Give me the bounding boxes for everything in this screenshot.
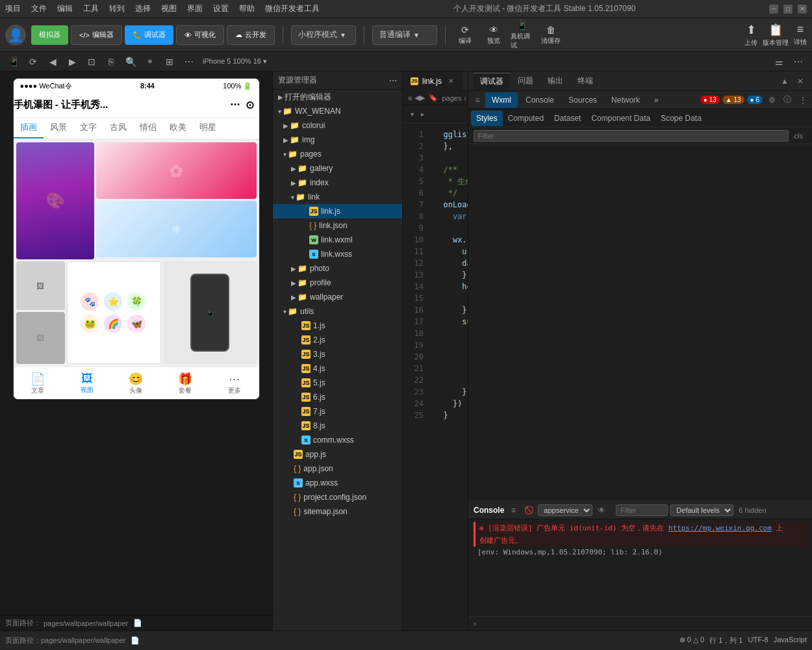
console-clear-icon[interactable]: 🚫	[522, 504, 535, 517]
file-2js[interactable]: JS 2.js	[273, 333, 402, 347]
devtools-tab-debugger[interactable]: 调试器	[474, 73, 510, 90]
index-folder[interactable]: ▶ 📁 index	[273, 176, 402, 190]
devtools-info-icon[interactable]: ⓘ	[781, 94, 794, 107]
link-wxml-file[interactable]: W link.wxml	[273, 233, 402, 247]
link-folder[interactable]: ▾ 📁 link	[273, 190, 402, 204]
code-editor-area[interactable]: 1234567 891011121314 15161718192021 2223…	[403, 124, 468, 630]
menu-settings[interactable]: 设置	[213, 3, 229, 14]
search-icon[interactable]: 🔍	[122, 54, 139, 70]
devtools-subtab-more[interactable]: »	[648, 92, 665, 108]
console-filter-input[interactable]	[616, 504, 668, 516]
file-6js[interactable]: JS 6.js	[273, 390, 402, 404]
appservice-select[interactable]: appservice	[538, 504, 592, 516]
bottom-nav-package[interactable]: 🎁 套餐	[160, 367, 210, 399]
style-tab-component-data[interactable]: Component Data	[586, 110, 655, 126]
colorui-folder[interactable]: ▶ 📁 colorui	[273, 118, 402, 133]
simulator-button[interactable]: 模拟器	[31, 25, 68, 45]
wx-wenan-folder[interactable]: ▾ 📁 WX_WENAN	[273, 104, 402, 118]
menu-select[interactable]: 选择	[135, 3, 151, 14]
sidebar-toggle-icon[interactable]: ⚌	[770, 54, 787, 70]
bottom-nav-avatar[interactable]: 😊 头像	[112, 367, 161, 399]
file-panel-options-icon[interactable]: ⋯	[389, 76, 397, 85]
preview-button[interactable]: 👁 预览	[482, 25, 505, 45]
pages-folder[interactable]: ▾ 📁 pages	[273, 147, 402, 161]
image-thumb-1[interactable]: 🖼	[16, 261, 65, 310]
fold-all-icon[interactable]: ▾	[408, 110, 416, 118]
maximize-button[interactable]: □	[783, 5, 793, 14]
debugger-button[interactable]: 🐛调试器	[125, 25, 173, 45]
compile-button[interactable]: ⟳ 编译	[453, 25, 477, 45]
menu-view[interactable]: 视图	[161, 3, 177, 14]
profile-folder[interactable]: ▶ 📁 profile	[273, 276, 402, 290]
rotate-icon[interactable]: ⟳	[25, 54, 42, 70]
devtools-subtab-network[interactable]: Network	[605, 92, 646, 108]
bottom-nav-article[interactable]: 📄 文章	[14, 367, 63, 399]
menu-file[interactable]: 文件	[31, 3, 47, 14]
editor-button[interactable]: </>编辑器	[71, 25, 122, 45]
level-select[interactable]: Default levels	[670, 504, 733, 516]
devtools-tab-terminal[interactable]: 终端	[571, 73, 600, 90]
console-menu-icon[interactable]: ≡	[507, 504, 520, 517]
tab-mingxing[interactable]: 明星	[193, 118, 223, 138]
image-thumb-2[interactable]: 🖼	[16, 312, 65, 364]
menu-edit[interactable]: 编辑	[57, 3, 73, 14]
style-tab-styles[interactable]: Styles	[471, 110, 503, 126]
sitemap-json-file[interactable]: { } sitemap.json	[273, 504, 402, 519]
menu-tools[interactable]: 工具	[83, 3, 99, 14]
app-js-file[interactable]: JS app.js	[273, 447, 402, 462]
mode-dropdown[interactable]: 小程序模式 ▾	[291, 25, 356, 45]
tab-fengjing[interactable]: 风景	[44, 118, 73, 138]
devtools-menu-icon[interactable]: ≡	[471, 94, 484, 107]
devtools-dots-icon[interactable]: ⋮	[796, 94, 809, 107]
cloud-button[interactable]: ☁云开发	[227, 25, 275, 45]
split-icon[interactable]: ⊡	[83, 54, 100, 70]
console-input[interactable]	[479, 619, 807, 628]
upload-button[interactable]: ⬆ 上传	[744, 23, 757, 47]
menu-project[interactable]: 项目	[5, 3, 21, 14]
minimize-button[interactable]: ─	[769, 5, 778, 14]
phone-mockup-image[interactable]: 📱	[163, 261, 257, 364]
link-js-file[interactable]: JS link.js	[273, 204, 402, 218]
editor-tab-link-js[interactable]: JS link.js ✕	[403, 72, 462, 91]
bottom-nav-view[interactable]: 🖼 视图	[62, 367, 112, 399]
device-icon[interactable]: 📱	[5, 54, 22, 70]
menu-wechat-tools[interactable]: 微信开发者工具	[265, 3, 320, 14]
status-errors[interactable]: ⊗ 0 △ 0	[679, 636, 704, 645]
close-button[interactable]: ✕	[798, 5, 807, 14]
file-7js[interactable]: JS 7.js	[273, 404, 402, 419]
console-eye-icon[interactable]: 👁	[595, 504, 608, 517]
grid-icon[interactable]: ⊞	[161, 54, 178, 70]
img-folder[interactable]: ▶ 📁 img	[273, 133, 402, 147]
forward-icon[interactable]: ▶	[64, 54, 81, 70]
dots-menu-icon[interactable]: ⋯	[790, 54, 807, 70]
back-icon[interactable]: ◀	[44, 54, 61, 70]
cursor-icon[interactable]: ⌖	[142, 54, 159, 70]
devtools-tab-output[interactable]: 输出	[541, 73, 570, 90]
sidebar-icon[interactable]: ≡	[408, 94, 412, 102]
style-tab-dataset[interactable]: Dataset	[549, 110, 586, 126]
devtools-subtab-sources[interactable]: Sources	[562, 92, 603, 108]
link-wxss-file[interactable]: S link.wxss	[273, 247, 402, 261]
breadcrumb-bookmark-icon[interactable]: 🔖	[429, 94, 438, 102]
file-1js[interactable]: JS 1.js	[273, 318, 402, 333]
tab-oumei[interactable]: 欧美	[163, 118, 193, 138]
code-content[interactable]: gglist: [] }, /** * 生命周期函数--监听页面加载 */ on…	[429, 124, 468, 630]
user-avatar[interactable]: 👤	[5, 25, 26, 46]
image-3[interactable]: ❄	[96, 201, 257, 257]
app-wxss-file[interactable]: S app.wxss	[273, 476, 402, 490]
copy-icon[interactable]: ⎘	[103, 54, 120, 70]
bottom-nav-more[interactable]: ⋯ 更多	[210, 367, 259, 399]
details-button[interactable]: ≡ 详情	[794, 23, 807, 47]
devtools-tab-issues[interactable]: 问题	[511, 73, 540, 90]
more-icon[interactable]: ⋯	[181, 54, 197, 70]
app-json-file[interactable]: { } app.json	[273, 462, 402, 476]
devtools-close-icon[interactable]: ✕	[794, 75, 807, 88]
menu-goto[interactable]: 转到	[109, 3, 125, 14]
real-device-button[interactable]: 📱 真机调试	[511, 25, 534, 45]
version-button[interactable]: 📋 版本管理	[763, 23, 789, 47]
wallpaper-folder[interactable]: ▶ 📁 wallpaper	[273, 290, 402, 304]
sticker-sheet-1[interactable]: 🐾 ⭐ 🍀 🐸 🌈 🦋	[67, 261, 162, 364]
menu-help[interactable]: 帮助	[239, 3, 255, 14]
breadcrumb-back-icon[interactable]: ◀	[414, 94, 420, 102]
file-5js[interactable]: JS 5.js	[273, 376, 402, 390]
